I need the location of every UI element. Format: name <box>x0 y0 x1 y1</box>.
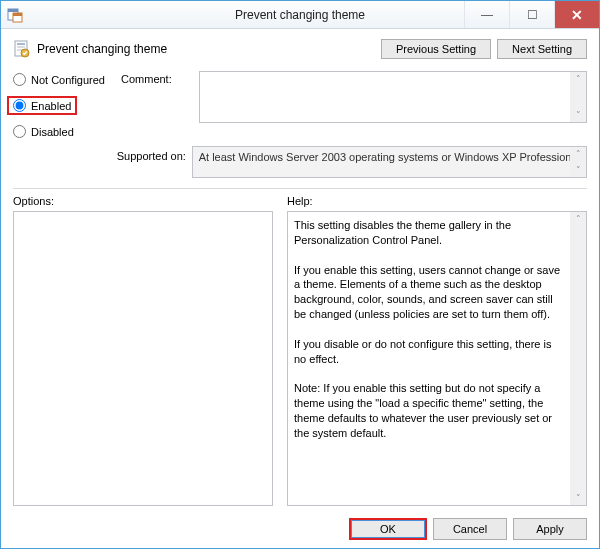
radio-label: Enabled <box>31 100 71 112</box>
comment-field[interactable] <box>200 72 586 122</box>
help-label: Help: <box>287 195 587 207</box>
options-box[interactable] <box>13 211 273 506</box>
apply-button[interactable]: Apply <box>513 518 587 540</box>
highlight-enabled: Enabled <box>7 96 77 115</box>
window-icon <box>7 7 23 23</box>
supported-box: At least Windows Server 2003 operating s… <box>192 146 587 178</box>
policy-icon <box>13 40 31 58</box>
highlight-ok: OK <box>349 518 427 540</box>
nav-buttons: Previous Setting Next Setting <box>381 39 587 59</box>
ok-button[interactable]: OK <box>351 520 425 538</box>
radio-enabled[interactable]: Enabled <box>13 99 71 112</box>
supported-label: Supported on: <box>117 146 192 178</box>
content: Prevent changing theme Previous Setting … <box>1 29 599 548</box>
options-label: Options: <box>13 195 273 207</box>
options-column: Options: <box>13 195 273 506</box>
window-title: Prevent changing theme <box>235 8 365 22</box>
policy-title: Prevent changing theme <box>37 42 167 56</box>
footer: OK Cancel Apply <box>13 512 587 540</box>
comment-label: Comment: <box>121 71 199 138</box>
close-button[interactable]: ✕ <box>554 1 599 28</box>
cancel-button[interactable]: Cancel <box>433 518 507 540</box>
minimize-button[interactable]: — <box>464 1 509 28</box>
supported-text: At least Windows Server 2003 operating s… <box>193 147 586 177</box>
scrollbar[interactable]: ˄˅ <box>570 212 586 505</box>
comment-block: Comment: ˄˅ <box>121 71 587 138</box>
radio-disabled-input[interactable] <box>13 125 26 138</box>
radio-disabled[interactable]: Disabled <box>13 125 121 138</box>
radio-not-configured[interactable]: Not Configured <box>13 73 121 86</box>
panels-row: Options: Help: This setting disables the… <box>13 195 587 506</box>
comment-field-wrap: ˄˅ <box>199 71 587 123</box>
radio-enabled-input[interactable] <box>13 99 26 112</box>
supported-row: Supported on: At least Windows Server 20… <box>13 146 587 178</box>
maximize-button[interactable]: ☐ <box>509 1 554 28</box>
header-row: Prevent changing theme Previous Setting … <box>13 39 587 59</box>
help-box: This setting disables the theme gallery … <box>287 211 587 506</box>
radio-not-configured-input[interactable] <box>13 73 26 86</box>
state-radios: Not Configured Enabled Disabled <box>13 71 121 138</box>
help-column: Help: This setting disables the theme ga… <box>287 195 587 506</box>
scrollbar[interactable]: ˄˅ <box>570 72 586 122</box>
next-setting-button[interactable]: Next Setting <box>497 39 587 59</box>
svg-rect-1 <box>8 9 18 12</box>
window-controls: — ☐ ✕ <box>464 1 599 28</box>
titlebar[interactable]: Prevent changing theme — ☐ ✕ <box>1 1 599 29</box>
help-text: This setting disables the theme gallery … <box>288 212 586 447</box>
previous-setting-button[interactable]: Previous Setting <box>381 39 491 59</box>
radio-label: Disabled <box>31 126 74 138</box>
divider <box>13 188 587 189</box>
radio-label: Not Configured <box>31 74 105 86</box>
config-row: Not Configured Enabled Disabled Comment: <box>13 71 587 138</box>
svg-rect-3 <box>13 13 22 16</box>
dialog-window: Prevent changing theme — ☐ ✕ Prevent cha… <box>0 0 600 549</box>
scrollbar[interactable]: ˄˅ <box>570 147 586 177</box>
